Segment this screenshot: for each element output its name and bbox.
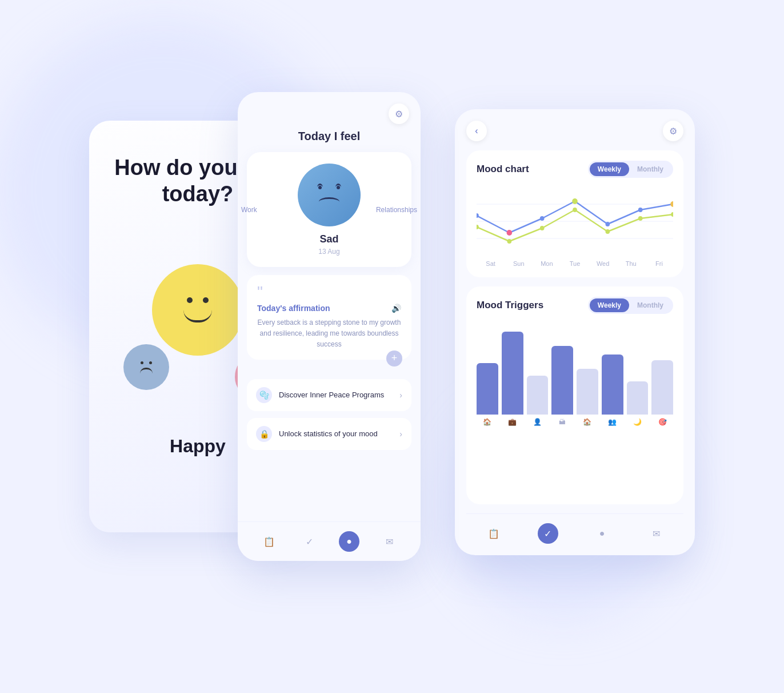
- bar-2: [502, 332, 523, 415]
- day-mon: Mon: [533, 260, 561, 267]
- bar-icon-1: 🏠: [483, 418, 491, 426]
- svg-point-7: [606, 222, 610, 226]
- work-tag: Work: [241, 206, 257, 214]
- bar-group-3: 👤: [527, 323, 549, 426]
- sad-eyes: [317, 184, 342, 189]
- bar-5: [577, 369, 598, 415]
- day-tue: Tue: [561, 260, 589, 267]
- mood-label: Sad: [319, 233, 338, 245]
- right-gear-button[interactable]: ⚙: [663, 121, 683, 141]
- svg-point-10: [477, 225, 479, 229]
- bar-chart: 🏠 💼 👤 🏔 🏠: [477, 323, 673, 426]
- triggers-section: Mood Triggers Weekly Monthly 🏠 💼 👤: [466, 286, 683, 504]
- nav-home-icon[interactable]: ●: [339, 531, 359, 552]
- blue-small-mouth: [140, 368, 153, 373]
- bar-6: [602, 355, 623, 415]
- triggers-toggle-group: Weekly Monthly: [588, 297, 673, 314]
- right-nav-calendar-icon[interactable]: 📋: [483, 523, 504, 544]
- svg-point-4: [507, 230, 513, 236]
- peace-item-text: Discover Inner Peace Programs: [279, 391, 393, 399]
- right-bottom-navigation: 📋 ✓ ● ✉: [466, 513, 683, 544]
- today-title: Today I feel: [238, 130, 421, 143]
- relationships-tag: Relationships: [376, 206, 417, 214]
- bottom-navigation: 📋 ✓ ● ✉: [238, 521, 421, 561]
- list-item-stats[interactable]: 🔒 Unlock statistics of your mood ›: [247, 418, 411, 450]
- list-item-peace[interactable]: 🫧 Discover Inner Peace Programs ›: [247, 379, 411, 411]
- day-wed: Wed: [589, 260, 617, 267]
- quote-mark: ": [257, 284, 401, 300]
- main-scene: How do you feel today? Happy: [78, 75, 706, 618]
- peace-arrow-icon: ›: [399, 391, 402, 400]
- right-nav-mail-icon[interactable]: ✉: [646, 523, 667, 544]
- bar-8: [651, 360, 673, 415]
- bar-icon-6: 👥: [608, 418, 617, 426]
- yellow-happy-face: [152, 264, 243, 356]
- blue-small-eye-left: [141, 361, 143, 364]
- happy-label: Happy: [170, 436, 226, 457]
- right-nav-home-icon[interactable]: ●: [592, 523, 613, 544]
- bar-3: [527, 376, 549, 415]
- sad-eye-right: [335, 184, 342, 189]
- day-thu: Thu: [617, 260, 645, 267]
- affirmation-title: Today's affirmation: [257, 304, 330, 313]
- bar-group-1: 🏠: [477, 323, 498, 426]
- svg-point-14: [606, 229, 610, 234]
- sad-mouth: [319, 197, 339, 206]
- peace-icon: 🫧: [256, 387, 272, 403]
- sad-face-main: [298, 164, 361, 226]
- blue-small-eye-right: [149, 361, 152, 364]
- affirmation-section: " Today's affirmation 🔊 Every setback is…: [247, 275, 411, 360]
- stats-item-text: Unlock statistics of your mood: [279, 429, 393, 438]
- yellow-eye-left: [187, 297, 193, 303]
- chart-toggle-group: Weekly Monthly: [588, 161, 673, 178]
- svg-point-6: [572, 198, 578, 204]
- bar-icon-4: 🏔: [559, 418, 566, 426]
- affirmation-text: Every setback is a stepping stone to my …: [257, 317, 401, 351]
- triggers-monthly-btn[interactable]: Monthly: [629, 298, 671, 312]
- bar-group-4: 🏔: [551, 323, 573, 426]
- nav-check-icon[interactable]: ✓: [299, 531, 319, 552]
- svg-point-12: [540, 226, 545, 230]
- affirmation-header: Today's affirmation 🔊: [257, 304, 401, 313]
- chart-title: Mood chart: [477, 164, 529, 175]
- svg-point-11: [507, 239, 512, 244]
- bar-4: [551, 346, 573, 415]
- triggers-weekly-btn[interactable]: Weekly: [590, 298, 629, 312]
- bar-7: [627, 381, 649, 415]
- gear-button[interactable]: ⚙: [389, 103, 409, 124]
- speaker-icon[interactable]: 🔊: [391, 304, 401, 313]
- svg-point-16: [671, 212, 673, 217]
- nav-mail-icon[interactable]: ✉: [379, 531, 399, 552]
- right-nav-check-icon[interactable]: ✓: [538, 523, 558, 544]
- svg-point-13: [573, 208, 577, 212]
- right-header: ‹ ⚙: [466, 121, 683, 141]
- list-items-container: 🫧 Discover Inner Peace Programs › 🔒 Unlo…: [247, 379, 411, 450]
- mood-card: Work Relationships Sad 13 Aug: [247, 152, 411, 267]
- chart-header: Mood chart Weekly Monthly: [477, 161, 673, 178]
- yellow-eye-right: [203, 297, 209, 303]
- add-button[interactable]: +: [386, 351, 402, 367]
- triggers-header: Mood Triggers Weekly Monthly: [477, 297, 673, 314]
- bar-icon-5: 🏠: [583, 418, 591, 426]
- svg-point-8: [638, 208, 643, 212]
- weekly-toggle-btn[interactable]: Weekly: [590, 162, 629, 176]
- bar-icon-2: 💼: [508, 418, 517, 426]
- mood-date: 13 Aug: [318, 248, 339, 256]
- lock-icon: 🔒: [256, 426, 272, 442]
- svg-point-5: [540, 216, 545, 221]
- chart-days: Sat Sun Mon Tue Wed Thu Fri: [477, 260, 673, 267]
- line-chart-svg: [477, 187, 673, 256]
- bar-1: [477, 363, 498, 415]
- monthly-toggle-btn[interactable]: Monthly: [629, 162, 671, 176]
- nav-calendar-icon[interactable]: 📋: [259, 531, 279, 552]
- mood-chart-section: Mood chart Weekly Monthly: [466, 150, 683, 277]
- sad-eye-dot-left: [318, 186, 322, 189]
- triggers-title: Mood Triggers: [477, 300, 543, 311]
- right-card: ‹ ⚙ Mood chart Weekly Monthly: [455, 109, 695, 555]
- bar-icon-8: 🎯: [658, 418, 667, 426]
- day-sat: Sat: [477, 260, 505, 267]
- svg-point-9: [670, 201, 673, 207]
- line-chart: [477, 187, 673, 256]
- sad-eye-left: [317, 184, 323, 189]
- back-button[interactable]: ‹: [466, 121, 487, 141]
